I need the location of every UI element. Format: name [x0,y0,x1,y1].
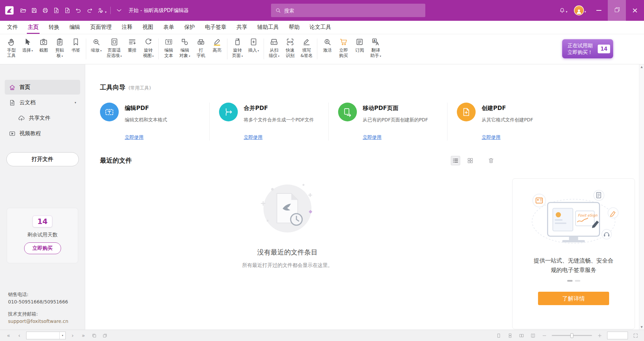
menu-item[interactable]: 页面管理 [85,21,117,34]
open-file-button[interactable]: 打开文件 [6,152,79,166]
ribbon-tool[interactable]: 页面适 应选项▾ [104,35,124,63]
continuous-view-icon[interactable] [506,332,514,339]
global-search[interactable] [271,4,425,17]
buy-now-button[interactable]: 立即购买 [24,242,61,254]
close-button[interactable]: × [626,0,644,21]
collapse-ribbon-icon[interactable] [114,5,125,16]
use-now-link[interactable]: 立即使用 [363,134,382,140]
book-view-icon[interactable] [529,332,537,339]
account-button[interactable]: ▾ [571,5,590,15]
ribbon-tool[interactable]: 编辑 文本 [161,35,177,63]
menu-item[interactable]: 注释 [117,21,138,34]
minimize-button[interactable] [590,0,608,21]
learn-more-button[interactable]: 了解详情 [538,292,609,305]
ribbon-tool[interactable]: OCR 快速 识别 [282,35,298,63]
menu-item[interactable]: 电子签章 [200,21,231,34]
undo-icon[interactable] [73,5,84,16]
redo-icon[interactable] [84,5,95,16]
ribbon-tool[interactable]: 插入▾ [246,35,262,63]
ribbon-tool[interactable]: 手型 工具 [3,35,19,63]
restore-button[interactable] [608,0,626,21]
sales-phone-number: 010-50951668/50951666 [8,298,68,305]
menu-item[interactable]: 保护 [179,21,200,34]
zoom-level-input[interactable] [607,332,628,339]
next-page-button[interactable]: › [69,332,76,339]
ribbon-tool[interactable]: 旋转 视图▾ [140,35,156,63]
ribbon-tool-label: 高亮 [213,48,221,53]
ribbon-tool[interactable]: 从扫 描仪▾ [266,35,282,63]
page-dropdown-caret[interactable]: ▾ [59,332,65,339]
chevron-down-icon[interactable]: ▾ [105,10,107,14]
menu-item[interactable]: 编辑 [64,21,85,34]
menu-item[interactable]: 共享 [231,21,252,34]
sidebar-item[interactable]: 共享文件 [14,111,80,125]
fullscreen-icon[interactable] [632,332,639,339]
facing-view-icon[interactable] [518,332,525,339]
save-icon[interactable] [29,5,40,16]
menu-item[interactable]: 帮助 [284,21,305,34]
use-now-link[interactable]: 立即使用 [482,134,500,140]
open-folder-icon[interactable] [17,5,29,16]
ribbon-tool[interactable]: 剪贴 板▾ [52,35,68,63]
foxit-logo-icon[interactable] [3,4,15,16]
prev-page-button[interactable]: ‹ [15,332,23,339]
ribbon-tool[interactable]: 填写 &签名 [298,35,315,63]
last-page-button[interactable]: » [79,332,87,339]
ribbon-tool[interactable]: 旋转 页面▾ [229,35,246,63]
print-icon[interactable] [40,5,51,16]
export-icon[interactable] [51,5,62,16]
scroll-down-icon[interactable]: ▼ [641,326,643,329]
empty-state-illustration [252,173,323,243]
clear-recent-button[interactable] [486,156,496,165]
menu-item[interactable]: 论文工具 [305,21,336,34]
sidebar-item[interactable]: 视频教程 [5,126,80,141]
ribbon-tool[interactable]: 重排 [124,35,140,63]
prev-view-icon[interactable] [90,332,98,339]
first-page-button[interactable]: « [5,332,12,339]
grid-view-button[interactable] [466,156,475,165]
support-email-link[interactable]: support@foxitsoftware.cn [8,318,68,325]
menu-item[interactable]: 转换 [44,21,64,34]
ribbon-tool[interactable]: 立即 购买 [335,35,352,63]
ribbon-tool[interactable]: 缩放▾ [88,35,104,63]
notifications-button[interactable]: ▾ [556,7,571,14]
zoom-in-icon[interactable] [596,332,603,339]
ribbon-tool[interactable]: 选择▾ [19,35,36,63]
page-number-input[interactable] [26,332,59,339]
scroll-up-icon[interactable]: ▲ [641,65,643,68]
chevron-down-icon[interactable]: ▾ [74,101,76,104]
ribbon-tool[interactable]: 激活 [319,35,335,63]
zoom-out-icon[interactable] [540,332,548,339]
use-now-link[interactable]: 立即使用 [125,134,144,140]
ribbon-tool[interactable]: 订阅 [352,35,368,63]
ribbon-tool[interactable]: A 翻译 助手▾ [368,35,384,63]
menu-item-label: 转换 [49,24,59,31]
ribbon-tool[interactable]: 截图 [36,35,52,63]
carousel-dot[interactable] [575,280,580,282]
menu-item[interactable]: 辅助工具 [252,21,284,34]
trial-banner[interactable]: 正在试用期 立即购买！ 14 [562,39,613,58]
sidebar-item[interactable]: 首页 [5,80,80,95]
ribbon-tool-label: 立即 购买 [339,48,348,58]
ribbon-tool[interactable]: 打 字机 [193,35,209,63]
ribbon-tool[interactable]: 书签 [68,35,84,63]
menu-item[interactable]: 视图 [138,21,158,34]
menu-item[interactable]: 文件 [2,21,23,34]
menu-item[interactable]: 主页 [23,21,44,34]
single-page-view-icon[interactable] [495,332,502,339]
support-email-label: 技术支持邮箱: [8,310,68,318]
zoom-slider-thumb[interactable] [571,333,574,338]
create-pdf-icon[interactable] [62,5,73,16]
ribbon-tool[interactable]: 高亮 [209,35,225,63]
list-view-button[interactable] [451,156,460,165]
ribbon-tool[interactable]: 编辑 对象▾ [177,35,193,63]
zoom-slider[interactable] [552,335,592,336]
carousel-dot[interactable] [567,280,573,282]
use-now-link[interactable]: 立即使用 [244,134,263,140]
sidebar-item[interactable]: 云文档 ▾ [5,95,80,110]
next-view-icon[interactable] [101,332,109,339]
menu-item[interactable]: 表单 [158,21,179,34]
vertical-scrollbar[interactable]: ▲ ▼ [639,64,644,330]
search-input[interactable] [284,8,421,13]
esign-protect-icon[interactable] [95,5,106,16]
